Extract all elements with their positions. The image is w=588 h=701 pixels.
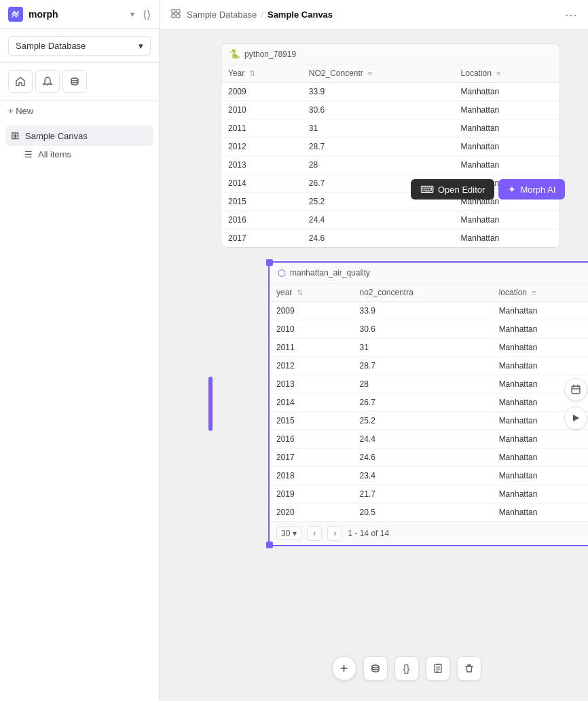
table-row: 201131Manhattan [221, 119, 559, 138]
table-cell: 2012 [270, 357, 352, 375]
python-table-body: 200933.9Manhattan201030.6Manhattan201131… [221, 83, 559, 248]
table-cell: Manhattan [492, 467, 588, 485]
terminal-icon: ⌨ [420, 184, 434, 195]
bottom-toolbar: + {} [325, 649, 488, 687]
table-cell: Manhattan [454, 101, 559, 119]
sidebar-item-sample-canvas[interactable]: ⊞ Sample Canvas [5, 126, 153, 146]
sidebar-collapse-icon[interactable]: ⟨⟩ [143, 8, 151, 21]
breadcrumb: Sample Database / Sample Canvas [187, 10, 333, 20]
per-page-select[interactable]: 30 ▾ [276, 527, 301, 540]
canvas-icon: ⊞ [11, 130, 20, 142]
table-cell: 2017 [221, 229, 302, 248]
add-button[interactable]: + [332, 656, 356, 681]
db-tool-button[interactable] [363, 656, 388, 681]
doc-tool-button[interactable] [426, 656, 450, 681]
prev-page-button[interactable]: ‹ [307, 526, 322, 541]
table-cell: Manhattan [492, 430, 588, 449]
table-row: 200933.9Manhattan [221, 83, 559, 101]
table-row: 201030.6Manhattan [270, 320, 588, 339]
sidebar-item-label-all-items: All items [38, 149, 71, 159]
breadcrumb-canvas: Sample Canvas [268, 10, 333, 20]
table-cell: 24.6 [302, 229, 454, 248]
table-cell: 2011 [221, 119, 302, 138]
notifications-button[interactable] [35, 70, 60, 93]
database-button[interactable] [62, 70, 87, 93]
svg-point-10 [372, 665, 379, 668]
table-row: 201823.4Manhattan [270, 467, 588, 485]
filter-icon: ≡ [368, 69, 372, 77]
table-row: 201328Manhattan [270, 375, 588, 394]
table-cell: 28 [302, 156, 454, 174]
manhattan-block-header: ⬡ manhattan_air_quality [270, 263, 588, 284]
calendar-button[interactable] [564, 378, 587, 401]
resize-handle-bl[interactable] [266, 542, 273, 548]
table-row: 202020.5Manhattan [270, 504, 588, 522]
per-page-chevron: ▾ [293, 529, 297, 538]
topbar: Sample Database / Sample Canvas ⋯ [160, 0, 588, 30]
canvas-topbar-icon [170, 8, 181, 22]
table-cell: 2016 [221, 211, 302, 229]
drag-handle[interactable] [208, 377, 213, 431]
breadcrumb-sep: / [261, 10, 263, 20]
code-icon: {} [403, 663, 409, 674]
table-cell: 31 [302, 119, 454, 138]
table-row: 201624.4Manhattan [221, 211, 559, 229]
table-cell: 2020 [270, 504, 352, 522]
table-row: 201525.2Manhattan [270, 412, 588, 430]
manhattan-table-body: 200933.9Manhattan201030.6Manhattan201131… [270, 302, 588, 522]
table-cell: Manhattan [454, 119, 559, 138]
svg-rect-2 [172, 10, 175, 13]
home-button[interactable] [8, 70, 33, 93]
python-block-name: python_78919 [244, 50, 296, 59]
table-cell: Manhattan [492, 302, 588, 320]
main-area: Sample Database / Sample Canvas ⋯ 🐍 pyth… [160, 0, 588, 701]
table-row: 201328Manhattan [221, 156, 559, 174]
code-tool-button[interactable]: {} [394, 656, 419, 681]
resize-handle-tl[interactable] [266, 259, 273, 266]
db-selector-label: Sample Database [16, 41, 86, 51]
play-button[interactable] [564, 406, 587, 430]
table-cell: 2013 [270, 375, 352, 394]
trash-button[interactable] [457, 656, 481, 681]
table-cell: 2009 [270, 302, 352, 320]
table-cell: 33.9 [302, 83, 454, 101]
next-page-button[interactable]: › [327, 526, 342, 541]
table-cell: Manhattan [492, 339, 588, 357]
table-cell: 28.7 [302, 138, 454, 156]
svg-rect-5 [177, 14, 180, 18]
topbar-more-icon[interactable]: ⋯ [565, 7, 577, 22]
table-cell: 2017 [270, 449, 352, 467]
db-chevron-icon: ▾ [139, 41, 143, 51]
list-icon: ☰ [24, 149, 33, 159]
table-row: 201921.7Manhattan [270, 485, 588, 504]
table-cell: 28.7 [352, 357, 492, 375]
table-cell: 24.6 [352, 449, 492, 467]
manhattan-data-table: year ⇅ no2_concentra [270, 284, 588, 521]
sort-icon-m: ⇅ [297, 288, 303, 297]
table-row: 201724.6Manhattan [270, 449, 588, 467]
col-year-header: Year ⇅ [221, 64, 302, 83]
open-editor-button[interactable]: ⌨ Open Editor [411, 179, 494, 200]
sidebar-item-all-items[interactable]: ☰ All items [5, 146, 153, 163]
table-cell: 2018 [270, 467, 352, 485]
manhattan-block-name: manhattan_air_quality [290, 268, 370, 278]
pagination-info: 1 - 14 of 14 [348, 529, 389, 538]
table-cell: 30.6 [352, 320, 492, 339]
table-cell: Manhattan [492, 357, 588, 375]
table-cell: 2010 [270, 320, 352, 339]
table-cell: 26.7 [352, 394, 492, 412]
db-selector-button[interactable]: Sample Database ▾ [8, 36, 151, 56]
table-row: 201030.6Manhattan [221, 101, 559, 119]
table-cell: 33.9 [352, 302, 492, 320]
new-button[interactable]: + New [0, 100, 159, 121]
add-icon: + [340, 661, 348, 677]
table-cell: 30.6 [302, 101, 454, 119]
svg-point-1 [71, 78, 78, 81]
python-data-table: Year ⇅ NO2_Concentr ≡ [221, 64, 559, 247]
col-menu-icon-m: ≡ [532, 288, 536, 297]
table-cell: Manhattan [454, 138, 559, 156]
morph-ai-button[interactable]: ✦ Morph AI [498, 179, 565, 200]
breadcrumb-db[interactable]: Sample Database [187, 10, 257, 20]
table-cell: 2011 [270, 339, 352, 357]
app-chevron-icon[interactable]: ▾ [130, 10, 134, 19]
